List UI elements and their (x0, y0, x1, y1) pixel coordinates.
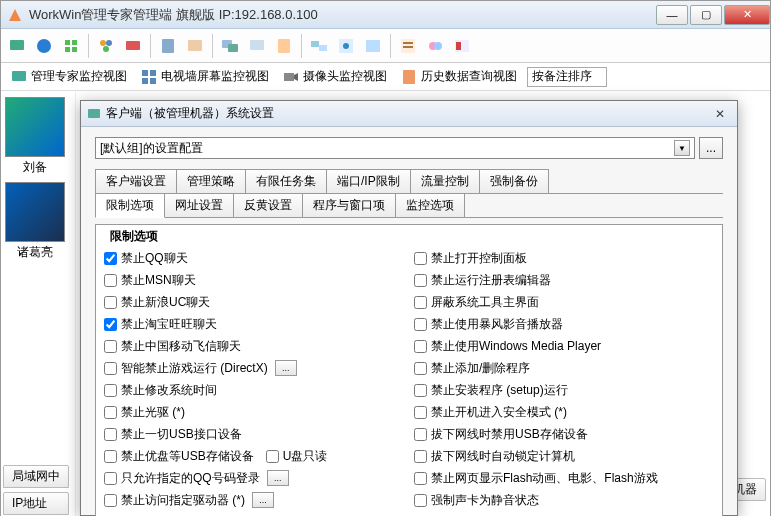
bottom-tab-ip[interactable]: IP地址 (3, 492, 69, 515)
tool-icon-7[interactable] (183, 34, 207, 58)
tool-icon-5[interactable] (121, 34, 145, 58)
tool-icon-14[interactable] (396, 34, 420, 58)
config-combo[interactable]: [默认组]的设置配置 ▼ (95, 137, 695, 159)
restrict-checkbox[interactable] (104, 472, 117, 485)
detail-button[interactable]: ... (275, 360, 297, 376)
restrict-label: 禁止淘宝旺旺聊天 (121, 316, 217, 333)
svg-rect-30 (142, 70, 148, 76)
restrict-label: 禁止网页显示Flash动画、电影、Flash游戏 (431, 470, 658, 487)
restrict-checkbox[interactable] (104, 274, 117, 287)
restrict-label: 屏蔽系统工具主界面 (431, 294, 539, 311)
restrict-checkbox[interactable] (104, 384, 117, 397)
main-toolbar (1, 29, 770, 63)
svg-rect-23 (403, 42, 413, 44)
right-column: 禁止打开控制面板禁止运行注册表编辑器屏蔽系统工具主界面禁止使用暴风影音播放器禁止… (414, 248, 714, 510)
check-row: 禁止QQ聊天 (104, 248, 404, 268)
svg-rect-33 (150, 78, 156, 84)
restrict-label: 拔下网线时自动锁定计算机 (431, 448, 575, 465)
view-label: 历史数据查询视图 (421, 68, 517, 85)
restrict-checkbox[interactable] (414, 406, 427, 419)
tab-restrict[interactable]: 限制选项 (95, 193, 165, 218)
restrict-checkbox[interactable] (414, 318, 427, 331)
restrict-checkbox[interactable] (104, 494, 117, 507)
view-button-camera[interactable]: 摄像头监控视图 (279, 66, 391, 87)
restrict-checkbox[interactable] (414, 362, 427, 375)
view-button-tvwall[interactable]: 电视墙屏幕监控视图 (137, 66, 273, 87)
tab-client-settings[interactable]: 客户端设置 (95, 169, 177, 193)
restrict-checkbox[interactable] (414, 428, 427, 441)
restrict-checkbox[interactable] (104, 406, 117, 419)
restrict-checkbox[interactable] (266, 450, 279, 463)
check-row: 强制声卡为静音状态 (414, 490, 714, 510)
svg-rect-1 (10, 40, 24, 50)
tool-icon-1[interactable] (5, 34, 29, 58)
tool-icon-10[interactable] (272, 34, 296, 58)
svg-rect-21 (366, 40, 380, 52)
restrict-checkbox[interactable] (104, 252, 117, 265)
client-thumb[interactable]: 刘备 (5, 97, 65, 176)
view-button-monitor[interactable]: 管理专家监控视图 (7, 66, 131, 87)
restrict-checkbox[interactable] (414, 296, 427, 309)
tool-icon-11[interactable] (307, 34, 331, 58)
view-button-history[interactable]: 历史数据查询视图 (397, 66, 521, 87)
tab-backup[interactable]: 强制备份 (479, 169, 549, 193)
detail-button[interactable]: ... (252, 492, 274, 508)
svg-rect-36 (403, 70, 415, 84)
tool-icon-9[interactable] (245, 34, 269, 58)
tool-icon-8[interactable] (218, 34, 242, 58)
restrict-checkbox[interactable] (104, 428, 117, 441)
tool-icon-2[interactable] (32, 34, 56, 58)
thumb-label: 诸葛亮 (5, 244, 65, 261)
tool-icon-6[interactable] (156, 34, 180, 58)
tool-icon-4[interactable] (94, 34, 118, 58)
tab-port-ip[interactable]: 端口/IP限制 (326, 169, 411, 193)
restrict-label: 禁止添加/删除程序 (431, 360, 530, 377)
restrict-checkbox[interactable] (414, 472, 427, 485)
svg-rect-15 (250, 40, 264, 50)
restrict-label: 禁止开机进入安全模式 (*) (431, 404, 567, 421)
view-label: 摄像头监控视图 (303, 68, 387, 85)
minimize-button[interactable]: — (656, 5, 688, 25)
restrict-checkbox[interactable] (104, 318, 117, 331)
tab-traffic[interactable]: 流量控制 (410, 169, 480, 193)
restrict-label: 禁止使用Windows Media Player (431, 338, 601, 355)
tab-policy[interactable]: 管理策略 (176, 169, 246, 193)
bottom-tab-lan[interactable]: 局域网中 (3, 465, 69, 488)
restrict-checkbox[interactable] (104, 450, 117, 463)
restrict-checkbox[interactable] (414, 494, 427, 507)
restrict-checkbox[interactable] (104, 362, 117, 375)
maximize-button[interactable]: ▢ (690, 5, 722, 25)
check-row: 禁止使用Windows Media Player (414, 336, 714, 356)
restrict-checkbox[interactable] (414, 274, 427, 287)
sort-value: 按备注排序 (532, 68, 592, 85)
tab-antiporn[interactable]: 反黄设置 (233, 193, 303, 217)
tab-programs[interactable]: 程序与窗口项 (302, 193, 396, 217)
close-button[interactable]: ✕ (724, 5, 770, 25)
dialog-close-button[interactable]: ✕ (709, 106, 731, 122)
check-row: 禁止淘宝旺旺聊天 (104, 314, 404, 334)
restrict-label: 禁止使用暴风影音播放器 (431, 316, 563, 333)
config-browse-button[interactable]: ... (699, 137, 723, 159)
restrict-checkbox[interactable] (414, 252, 427, 265)
chevron-down-icon: ▼ (674, 140, 690, 156)
sort-select[interactable]: 按备注排序 (527, 67, 607, 87)
left-column: 禁止QQ聊天禁止MSN聊天禁止新浪UC聊天禁止淘宝旺旺聊天禁止中国移动飞信聊天智… (104, 248, 404, 510)
tool-icon-3[interactable] (59, 34, 83, 58)
tvwall-icon (141, 69, 157, 85)
restrict-checkbox[interactable] (414, 340, 427, 353)
tab-tasks[interactable]: 有限任务集 (245, 169, 327, 193)
restrict-checkbox[interactable] (414, 450, 427, 463)
client-thumb[interactable]: 诸葛亮 (5, 182, 65, 261)
tool-icon-16[interactable] (450, 34, 474, 58)
tab-urls[interactable]: 网址设置 (164, 193, 234, 217)
restrict-checkbox[interactable] (414, 384, 427, 397)
detail-button[interactable]: ... (267, 470, 289, 486)
restrict-checkbox[interactable] (104, 296, 117, 309)
check-row: 屏蔽系统工具主界面 (414, 292, 714, 312)
tool-icon-12[interactable] (334, 34, 358, 58)
restrict-checkbox[interactable] (104, 340, 117, 353)
tool-icon-15[interactable] (423, 34, 447, 58)
restrict-label: 智能禁止游戏运行 (DirectX) (121, 360, 268, 377)
tab-monitor-opts[interactable]: 监控选项 (395, 193, 465, 217)
tool-icon-13[interactable] (361, 34, 385, 58)
